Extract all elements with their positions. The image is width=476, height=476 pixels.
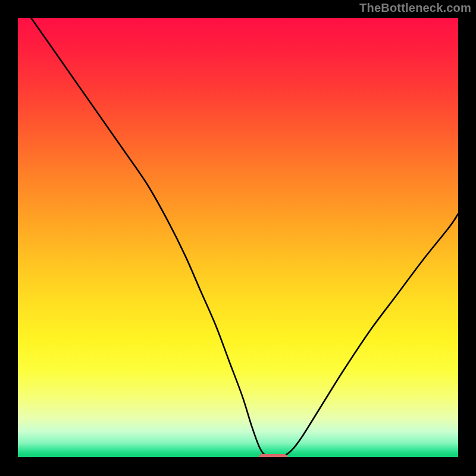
plot-area [18, 18, 458, 458]
watermark-text: TheBottleneck.com [359, 1, 471, 15]
chart-frame: TheBottleneck.com [0, 0, 476, 476]
baseline [18, 457, 458, 458]
bottleneck-curve [18, 18, 458, 458]
